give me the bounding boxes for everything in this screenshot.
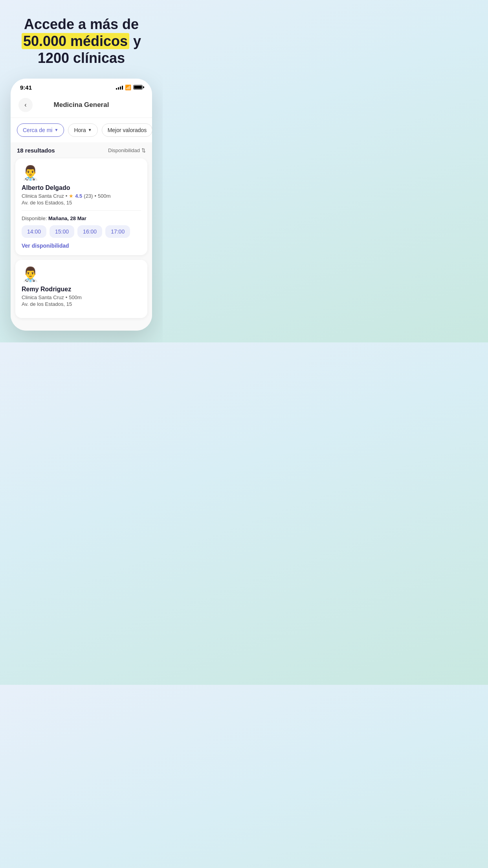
filter-mejor-valorados[interactable]: Mejor valorados [102, 123, 152, 137]
doctor-0-time-slots: 14:00 15:00 16:00 17:00 [22, 225, 141, 238]
sort-label: Disponibilidad [108, 147, 140, 153]
hero-highlight: 50.000 médicos [22, 33, 129, 49]
hero-title: Accede a más de 50.000 médicos y 1200 cl… [8, 16, 155, 67]
filter-mejor-label: Mejor valorados [108, 127, 147, 133]
doctor-card-1[interactable]: 👨‍⚕️ Remy Rodriguez Clinica Santa Cruz •… [15, 260, 147, 318]
filter-cerca-de-mi[interactable]: Cerca de mi ▼ [17, 123, 64, 137]
hero-line1: Accede a más de [24, 16, 139, 32]
doctor-0-clinic: Clinica Santa Cruz [22, 193, 64, 199]
doctor-0-disponible-date: Mañana, 28 Mar [48, 215, 86, 221]
cards-container: 👨‍⚕️ Alberto Delgado Clinica Santa Cruz … [11, 157, 152, 331]
hero-line2: y [129, 33, 141, 49]
status-icons: 📶 [116, 85, 143, 90]
signal-icon [116, 85, 123, 90]
doctor-1-distance: 500m [69, 294, 82, 300]
sort-button[interactable]: Disponibilidad ⇅ [108, 147, 146, 153]
hero-line3: 1200 clínicas [38, 50, 125, 66]
filter-bar: Cerca de mi ▼ Hora ▼ Mejor valorados [11, 118, 152, 142]
battery-icon [133, 85, 143, 90]
nav-bar: ‹ Medicina General [11, 94, 152, 118]
divider [22, 210, 141, 211]
ver-disponibilidad-0[interactable]: Ver disponibilidad [22, 243, 141, 249]
time-slot-1400[interactable]: 14:00 [22, 225, 46, 238]
doctor-1-address: Av. de los Estados, 15 [22, 301, 141, 307]
doctor-0-availability-label: Disponible: Mañana, 28 Mar [22, 215, 141, 221]
doctor-0-name: Alberto Delgado [22, 184, 141, 191]
time-slot-1700[interactable]: 17:00 [105, 225, 130, 238]
doctor-0-distance: 500m [98, 193, 111, 199]
status-time: 9:41 [20, 84, 32, 91]
doctor-0-star-icon: ★ [69, 193, 73, 199]
doctor-0-reviews: (23) [84, 193, 93, 199]
doctor-1-name: Remy Rodriguez [22, 286, 141, 293]
filter-hora[interactable]: Hora ▼ [68, 123, 97, 137]
filter-cerca-label: Cerca de mi [23, 127, 52, 133]
filter-cerca-arrow-icon: ▼ [54, 128, 58, 132]
doctor-card-0[interactable]: 👨‍⚕️ Alberto Delgado Clinica Santa Cruz … [15, 158, 147, 255]
time-slot-1500[interactable]: 15:00 [50, 225, 74, 238]
time-slot-1600[interactable]: 16:00 [77, 225, 102, 238]
back-button[interactable]: ‹ [18, 98, 33, 112]
phone-mockup: 9:41 📶 ‹ Medicina General Cerca de mi ▼ [11, 79, 152, 331]
doctor-0-address: Av. de los Estados, 15 [22, 200, 141, 206]
doctor-1-clinic: Clinica Santa Cruz [22, 294, 64, 300]
back-arrow-icon: ‹ [24, 101, 26, 108]
nav-title: Medicina General [33, 101, 130, 109]
doctor-1-avatar: 👨‍⚕️ [22, 266, 141, 283]
doctor-0-avatar: 👨‍⚕️ [22, 165, 141, 181]
doctor-0-meta: Clinica Santa Cruz • ★4.5 (23) • 500m [22, 193, 141, 199]
filter-hora-label: Hora [74, 127, 86, 133]
doctor-0-rating: 4.5 [75, 193, 82, 199]
filter-hora-arrow-icon: ▼ [88, 128, 92, 132]
sort-icon: ⇅ [141, 147, 146, 153]
status-bar: 9:41 📶 [11, 79, 152, 94]
results-count: 18 resultados [17, 147, 55, 154]
doctor-1-meta: Clinica Santa Cruz • 500m [22, 294, 141, 300]
wifi-icon: 📶 [125, 85, 131, 90]
results-bar: 18 resultados Disponibilidad ⇅ [11, 142, 152, 157]
